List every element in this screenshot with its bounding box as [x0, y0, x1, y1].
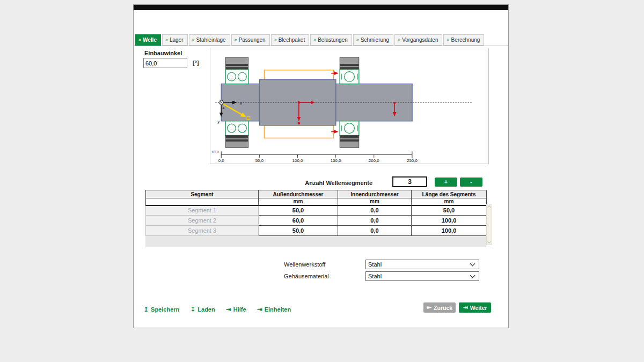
housing-material-label: Gehäusematerial — [284, 273, 329, 279]
next-button[interactable]: ⇥ Weiter — [459, 302, 491, 313]
tab-label: Welle — [143, 37, 157, 43]
footer-links: ↥Speichern ↧Laden ⇥Hilfe ⇥Einheiten — [143, 306, 291, 313]
table-units-row: mm mm mm — [146, 198, 487, 205]
housing-material-value: Stahl — [368, 273, 382, 279]
inner-diameter-cell[interactable]: 0,0 — [338, 205, 412, 216]
app-window: »Welle »Lager »Stahleinlage »Passungen »… — [133, 4, 509, 328]
shaft-diagram: x z y mm 0,0 50,0 100,0 150,0 200,0 250,… — [210, 48, 488, 164]
segment-count-input[interactable] — [392, 176, 427, 187]
save-button[interactable]: ↥Speichern — [143, 306, 179, 313]
inner-diameter-cell[interactable]: 0,0 — [338, 226, 412, 236]
tab-vorgangsdaten[interactable]: »Vorgangsdaten — [394, 34, 442, 46]
tab-label: Schmierung — [361, 37, 389, 43]
bearing-right-top — [340, 57, 359, 84]
shaft-material-value: Stahl — [368, 261, 382, 268]
tab-label: Passungen — [239, 37, 266, 43]
tab-berechnung[interactable]: »Berechnung — [443, 34, 484, 46]
unit-cell — [146, 198, 259, 205]
chevron-down-icon — [470, 272, 475, 278]
column-header-outer-diameter: Außendurchmesser — [259, 190, 338, 198]
shaft-drawing-panel: x z y mm 0,0 50,0 100,0 150,0 200,0 250,… — [210, 48, 489, 164]
tab-label: Belastungen — [318, 37, 348, 43]
ruler: mm 0,0 50,0 100,0 150,0 200,0 250,0 — [212, 149, 418, 163]
tab-bullet-icon: » — [313, 38, 316, 42]
save-icon: ↥ — [143, 306, 149, 313]
einbauwinkel-label: Einbauwinkel — [144, 50, 182, 56]
scroll-up-icon[interactable] — [487, 205, 491, 209]
tab-bullet-icon: » — [447, 38, 449, 42]
axis-x-label: x — [240, 101, 242, 106]
table-footer-strip — [145, 236, 486, 247]
segment-name-cell: Segment 3 — [146, 226, 259, 236]
ruler-tick-label: 200,0 — [369, 158, 379, 163]
outer-diameter-cell[interactable]: 50,0 — [259, 205, 338, 216]
length-cell[interactable]: 100,0 — [412, 216, 487, 226]
units-label: Einheiten — [265, 306, 291, 313]
unit-cell: mm — [338, 198, 412, 205]
back-label: Zurück — [434, 305, 452, 311]
unit-cell: mm — [259, 198, 338, 205]
tab-label: Blechpaket — [279, 37, 305, 43]
ruler-tick-label: 100,0 — [292, 158, 303, 163]
segment-name-cell: Segment 1 — [146, 205, 259, 216]
table-scrollbar[interactable] — [486, 204, 492, 245]
inner-diameter-cell[interactable]: 0,0 — [338, 216, 412, 226]
units-icon: ⇥ — [257, 306, 262, 313]
tab-bullet-icon: » — [192, 38, 195, 42]
help-icon: ⇥ — [226, 306, 231, 313]
tab-stahleinlage[interactable]: »Stahleinlage — [189, 34, 230, 46]
load-button[interactable]: ↧Laden — [190, 306, 215, 313]
remove-segment-button[interactable]: - — [460, 178, 482, 187]
tab-belastungen[interactable]: »Belastungen — [310, 34, 352, 46]
tab-bullet-icon: » — [398, 38, 400, 42]
ruler-tick-label: 250,0 — [407, 158, 418, 163]
segment-name-cell: Segment 2 — [146, 216, 259, 226]
load-icon: ↧ — [190, 306, 195, 313]
segment-count-label: Anzahl Wellensegmente — [265, 180, 372, 186]
shaft-material-label: Wellenwerkstoff — [284, 261, 325, 268]
tab-welle[interactable]: »Welle — [135, 34, 161, 46]
table-header-row: Segment Außendurchmesser Innendurchmesse… — [146, 190, 487, 198]
tab-bullet-icon: » — [356, 38, 359, 42]
shaft-material-select[interactable]: Stahl — [365, 260, 479, 269]
bearing-left-top — [225, 57, 248, 84]
back-icon: ⇤ — [427, 305, 431, 311]
column-header-segment: Segment — [146, 190, 259, 198]
tab-bullet-icon: » — [138, 38, 141, 42]
length-cell[interactable]: 100,0 — [412, 226, 487, 236]
scroll-down-icon[interactable] — [487, 240, 491, 243]
units-button[interactable]: ⇥Einheiten — [257, 306, 291, 313]
tab-bullet-icon: » — [165, 38, 168, 42]
tab-passungen[interactable]: »Passungen — [231, 34, 270, 46]
outer-diameter-cell[interactable]: 60,0 — [259, 216, 338, 226]
tab-bar: »Welle »Lager »Stahleinlage »Passungen »… — [135, 34, 484, 46]
tab-label: Vorgangsdaten — [402, 37, 438, 43]
back-button[interactable]: ⇤ Zurück — [423, 302, 456, 313]
tab-bullet-icon: » — [274, 38, 277, 42]
next-label: Weiter — [470, 305, 487, 311]
tab-schmierung[interactable]: »Schmierung — [353, 34, 393, 46]
table-row: Segment 2 60,0 0,0 100,0 — [146, 216, 487, 226]
axis-z-label: z — [223, 106, 225, 109]
save-label: Speichern — [151, 306, 179, 313]
ruler-tick-label: 50,0 — [255, 158, 264, 163]
table-row: Segment 1 50,0 0,0 50,0 — [146, 205, 487, 216]
segments-table: Segment Außendurchmesser Innendurchmesse… — [145, 190, 487, 236]
bearing-right-bottom — [340, 121, 359, 148]
length-cell[interactable]: 50,0 — [412, 205, 487, 216]
bearing-left-bottom — [225, 121, 248, 148]
tab-bullet-icon: » — [235, 38, 237, 42]
outer-diameter-cell[interactable]: 50,0 — [259, 226, 338, 236]
einbauwinkel-input[interactable] — [143, 58, 187, 68]
tab-lager[interactable]: »Lager — [162, 34, 188, 46]
tab-blechpaket[interactable]: »Blechpaket — [271, 34, 310, 46]
ruler-tick-label: 150,0 — [331, 158, 341, 163]
tab-label: Lager — [170, 37, 184, 43]
housing-material-select[interactable]: Stahl — [365, 271, 479, 281]
help-button[interactable]: ⇥Hilfe — [226, 306, 246, 313]
window-header-bar — [134, 5, 508, 10]
add-segment-button[interactable]: + — [435, 178, 457, 187]
ruler-unit-label: mm — [212, 149, 218, 154]
table-row: Segment 3 50,0 0,0 100,0 — [146, 226, 487, 236]
column-header-inner-diameter: Innendurchmesser — [338, 190, 412, 198]
